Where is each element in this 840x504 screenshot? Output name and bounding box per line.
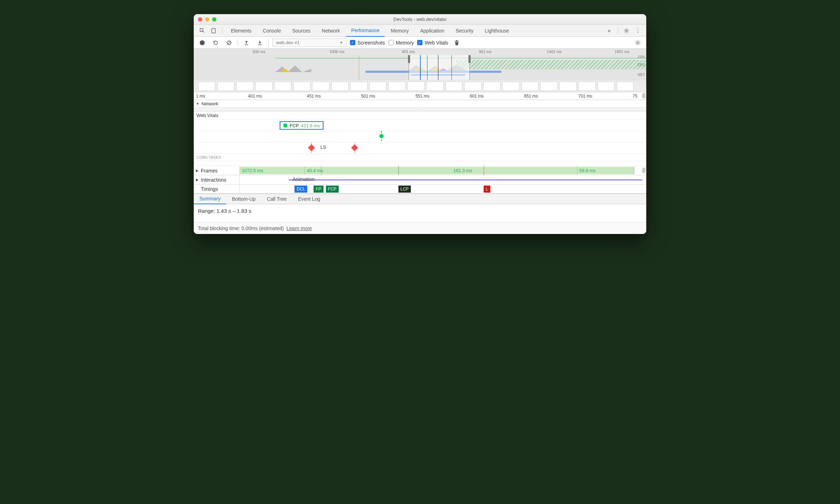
scrollbar[interactable] bbox=[642, 168, 646, 173]
tab-call-tree[interactable]: Call Tree bbox=[261, 194, 292, 204]
scrollbar[interactable] bbox=[642, 93, 646, 99]
resize-handle[interactable]: ··· bbox=[194, 108, 646, 111]
timing-dcl[interactable]: DCL bbox=[294, 186, 307, 193]
upload-icon[interactable] bbox=[241, 38, 251, 48]
tab-elements[interactable]: Elements bbox=[226, 25, 256, 37]
ruler-tick: 701 ms bbox=[578, 94, 592, 99]
ov-tick: 901 ms bbox=[479, 49, 491, 54]
good-dot-icon bbox=[283, 123, 287, 128]
overview-lanes: FPS CPU NET bbox=[194, 55, 646, 80]
device-toggle-icon[interactable] bbox=[209, 26, 218, 36]
timings-body[interactable]: DCL FP FCP LCP L bbox=[240, 184, 646, 193]
ruler-tick: 75 bbox=[633, 94, 637, 99]
overview-timeline[interactable]: 500 ms 1000 ms 401 ms 901 ms 1401 ms 190… bbox=[194, 49, 646, 92]
kebab-icon[interactable]: ⋮ bbox=[633, 26, 643, 36]
frame-duration: 161.3 ms bbox=[453, 168, 472, 173]
detail-ruler[interactable]: 1 ms 401 ms 451 ms 501 ms 551 ms 601 ms … bbox=[194, 92, 646, 100]
tab-security[interactable]: Security bbox=[451, 25, 479, 37]
frame-segment[interactable]: 1072.5 ms bbox=[240, 167, 305, 174]
download-icon[interactable] bbox=[255, 38, 265, 48]
fcp-marker[interactable]: FCP 421.8 ms bbox=[280, 121, 323, 130]
layout-shift-marker[interactable] bbox=[351, 144, 358, 151]
frame-segment[interactable]: 40.4 ms bbox=[305, 167, 398, 174]
interactions-row: ▶ Interactions Animation bbox=[194, 175, 646, 184]
svg-marker-5 bbox=[275, 65, 311, 72]
animation-bar[interactable] bbox=[288, 179, 642, 181]
web-vitals-header: Web Vitals bbox=[194, 111, 646, 120]
svg-point-1 bbox=[626, 30, 628, 31]
capture-settings-gear-icon[interactable] bbox=[633, 38, 643, 48]
frames-body[interactable]: 1072.5 ms 40.4 ms 161.3 ms 59.8 ms bbox=[240, 166, 646, 175]
performance-toolbar: web.dev #1 ▾ ✓ Screenshots Memory ✓ Web … bbox=[194, 37, 646, 49]
interactions-body[interactable]: Animation bbox=[240, 175, 646, 184]
frame-segment[interactable]: 59.8 ms bbox=[577, 167, 634, 174]
tab-network[interactable]: Network bbox=[317, 25, 345, 37]
web-vitals-ls-row: LS bbox=[194, 142, 646, 154]
reload-record-icon[interactable] bbox=[211, 38, 221, 48]
fcp-value: 421.8 ms bbox=[301, 123, 320, 128]
frames-label: Frames bbox=[201, 168, 217, 174]
learn-more-link[interactable]: Learn more bbox=[287, 225, 312, 231]
tab-lighthouse[interactable]: Lighthouse bbox=[480, 25, 514, 37]
svg-line-3 bbox=[228, 41, 231, 44]
clear-icon[interactable] bbox=[224, 38, 234, 48]
ov-fps-label: FPS bbox=[638, 55, 645, 59]
gear-icon[interactable] bbox=[622, 26, 631, 36]
webvitals-toggle[interactable]: ✓ Web Vitals bbox=[417, 40, 448, 46]
ov-tick: 1401 ms bbox=[547, 49, 561, 54]
timing-l[interactable]: L bbox=[484, 186, 490, 193]
details-tabs: Summary Bottom-Up Call Tree Event Log bbox=[194, 194, 646, 204]
tab-bottom-up[interactable]: Bottom-Up bbox=[226, 194, 261, 204]
timing-lcp[interactable]: LCP bbox=[398, 186, 411, 193]
frames-header[interactable]: ▶ Frames bbox=[194, 166, 240, 175]
trash-icon[interactable] bbox=[452, 38, 462, 48]
ov-net-label: NET bbox=[638, 73, 645, 77]
tab-sources[interactable]: Sources bbox=[287, 25, 315, 37]
web-vitals-lanes: FCP 421.8 ms LS bbox=[194, 120, 646, 154]
tab-console[interactable]: Console bbox=[258, 25, 286, 37]
summary-range: Range: 1.43 s – 1.83 s bbox=[194, 204, 646, 223]
timing-fcp[interactable]: FCP bbox=[326, 186, 339, 193]
layout-shift-marker[interactable] bbox=[308, 144, 315, 151]
tab-application[interactable]: Application bbox=[415, 25, 449, 37]
timings-label: Timings bbox=[201, 186, 218, 192]
triangle-down-icon: ▼ bbox=[196, 102, 199, 106]
network-section-header[interactable]: ▼ Network bbox=[194, 100, 646, 108]
overview-filmstrip bbox=[194, 80, 646, 92]
long-tasks-label: LONG TASKS bbox=[194, 154, 646, 161]
tab-summary[interactable]: Summary bbox=[194, 194, 226, 204]
network-label: Network bbox=[202, 101, 218, 106]
ov-tick: 1901 ms bbox=[614, 49, 629, 54]
interactions-header[interactable]: ▶ Interactions bbox=[194, 175, 240, 184]
checkbox-icon bbox=[389, 40, 394, 45]
inspect-icon[interactable] bbox=[197, 26, 207, 36]
screenshots-label: Screenshots bbox=[357, 40, 385, 46]
ls-label: LS bbox=[320, 145, 326, 150]
memory-label: Memory bbox=[396, 40, 414, 46]
ov-tick: 1000 ms bbox=[329, 49, 344, 54]
timing-fp[interactable]: FP bbox=[314, 186, 323, 193]
separator bbox=[222, 27, 222, 34]
timings-header[interactable]: Timings bbox=[194, 184, 240, 193]
more-tabs-icon[interactable]: » bbox=[604, 26, 614, 36]
frame-segment[interactable]: 161.3 ms bbox=[398, 167, 577, 174]
tab-performance[interactable]: Performance bbox=[346, 25, 384, 37]
ruler-tick: 401 ms bbox=[248, 94, 262, 99]
checkbox-checked-icon: ✓ bbox=[417, 40, 422, 45]
memory-toggle[interactable]: Memory bbox=[389, 40, 414, 46]
recording-select[interactable]: web.dev #1 ▾ bbox=[272, 39, 346, 47]
tab-memory[interactable]: Memory bbox=[386, 25, 414, 37]
lcp-marker[interactable] bbox=[379, 134, 384, 138]
interactions-label: Interactions bbox=[201, 177, 226, 183]
web-vitals-fcp-row: FCP 421.8 ms bbox=[194, 120, 646, 131]
frame-duration: 59.8 ms bbox=[579, 168, 596, 173]
timings-row: Timings DCL FP FCP LCP L bbox=[194, 184, 646, 194]
ruler-tick: 551 ms bbox=[415, 94, 429, 99]
animation-label: Animation bbox=[293, 176, 315, 182]
triangle-right-icon: ▶ bbox=[196, 178, 199, 182]
record-button[interactable] bbox=[197, 38, 207, 48]
tab-event-log[interactable]: Event Log bbox=[292, 194, 326, 204]
chevron-down-icon: ▾ bbox=[340, 40, 343, 45]
svg-rect-0 bbox=[212, 28, 215, 33]
screenshots-toggle[interactable]: ✓ Screenshots bbox=[350, 40, 385, 46]
